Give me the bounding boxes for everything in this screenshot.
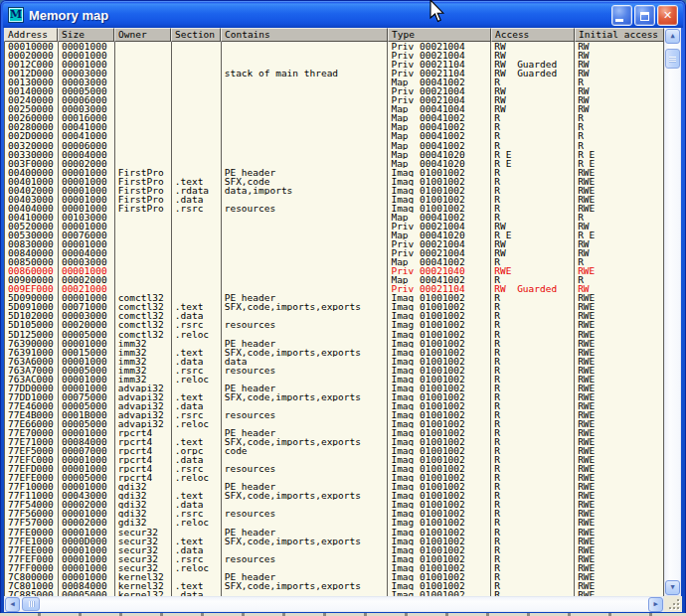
table-row[interactable]: 0014000000005000Priv 00021004RWRW [5, 86, 664, 95]
table-row[interactable]: 0083000000001000Priv 00021004RWRW [5, 239, 664, 248]
table-row[interactable]: 0001000000001000Priv 00021004RWRW [5, 42, 664, 51]
table-row[interactable]: 77EF500000007000rpcrt4.orpccodeImag 0100… [5, 446, 664, 455]
table-row[interactable]: 77E4B0000001B000advapi32.rsrcresourcesIm… [5, 410, 664, 419]
scroll-left-button[interactable]: ◀ [5, 597, 20, 612]
table-row[interactable]: 77F1000000001000gdi32PE headerImag 01001… [5, 482, 664, 491]
column-header-initial-access[interactable]: Initial access [575, 28, 664, 42]
cell-contains: PE header [222, 168, 389, 177]
scroll-up-button[interactable]: ▲ [665, 29, 680, 44]
column-header-size[interactable]: Size [58, 28, 114, 42]
table-row[interactable]: 0040300000001000FirstPro.dataImag 010010… [5, 195, 664, 204]
cell-owner [115, 77, 172, 86]
table-row[interactable]: 5D09100000071000comctl32.textSFX,code,im… [5, 302, 664, 311]
scroll-down-button[interactable]: ▼ [665, 580, 680, 595]
table-row[interactable]: 0024000000006000Priv 00021004RWRW [5, 95, 664, 104]
column-header-access[interactable]: Access [491, 28, 575, 42]
table-row[interactable]: 0053000000076000Map 00041020R ER E [5, 231, 664, 239]
table-row[interactable]: 0028000000041000Map 00041002RR [5, 122, 664, 131]
table-row[interactable]: 0013000000003000Map 00041002RR [5, 77, 664, 86]
table-row[interactable]: 77F1100000043000gdi32.textSFX,code,impor… [5, 491, 664, 500]
table-row[interactable]: 0002000000001000Priv 00021004RWRW [5, 51, 664, 60]
column-header-contains[interactable]: Contains [221, 28, 388, 42]
table-row[interactable]: 77DD000000001000advapi32PE headerImag 01… [5, 384, 664, 392]
cell-contains [222, 257, 389, 266]
table-row[interactable]: 763AC00000001000imm32.relocImag 01001002… [5, 375, 664, 384]
cell-access: R [491, 419, 575, 428]
cell-type: Imag 01001002 [388, 563, 491, 572]
column-header-type[interactable]: Type [388, 28, 491, 42]
table-row[interactable]: 0040400000001000FirstPro.rsrcresourcesIm… [5, 204, 664, 213]
table-row[interactable]: 77FE10000000D000secur32.textSFX,code,imp… [5, 537, 664, 545]
table-row[interactable]: 77F5600000001000gdi32.rsrcresourcesImag … [5, 509, 664, 518]
table-row[interactable]: 0086000000001000Priv 00021040RWERWE [5, 266, 664, 275]
cell-owner: imm32 [115, 339, 172, 348]
cell-size: 00004000 [59, 150, 115, 159]
resize-grip[interactable] [664, 596, 682, 612]
table-row[interactable]: 5D12500000005000comctl32.relocImag 01001… [5, 330, 664, 339]
table-row[interactable]: 7639000000001000imm32PE headerImag 01001… [5, 339, 664, 348]
table-row[interactable]: 0085000000003000Map 00041002RR [5, 257, 664, 266]
close-button[interactable]: ✕ [657, 5, 678, 26]
table-row[interactable]: 5D10200000003000comctl32.dataImag 010010… [5, 311, 664, 320]
table-row[interactable]: 0040100000001000FirstPro.textSFX,codeIma… [5, 177, 664, 186]
app-icon[interactable]: M [8, 7, 24, 23]
cell-size: 00002000 [59, 275, 115, 284]
table-row[interactable]: 0040000000001000FirstProPE headerImag 01… [5, 168, 664, 177]
table-row[interactable]: 5D10500000020000comctl32.rsrcresourcesIm… [5, 320, 664, 329]
cell-owner: gdi32 [115, 491, 172, 500]
table-row[interactable]: 77E7100000084000rpcrt4.textSFX,code,impo… [5, 437, 664, 446]
horizontal-scrollbar[interactable]: ◀ ▶ [4, 596, 664, 612]
table-row[interactable]: 763A600000001000imm32.datadataImag 01001… [5, 357, 664, 366]
table-row[interactable]: 0026000000016000Map 00041002RR [5, 113, 664, 122]
table-row[interactable]: 0090000000002000Map 00041002RR [5, 275, 664, 284]
cell-owner [115, 150, 172, 159]
cell-access: RW Guarded [491, 69, 575, 77]
cell-contains: SFX,code [222, 177, 389, 186]
cell-access: R [491, 275, 575, 284]
table-row[interactable]: 0012D00000003000stack of main threadPriv… [5, 69, 664, 77]
scroll-right-button[interactable]: ▶ [648, 597, 663, 612]
column-header-address[interactable]: Address [4, 28, 58, 42]
table-row[interactable]: 77E4600000005000advapi32.dataImag 010010… [5, 401, 664, 410]
table-row[interactable]: 77FEE00000001000secur32.dataImag 0100100… [5, 545, 664, 554]
table-row[interactable]: 0041000000103000Map 00041002RR [5, 213, 664, 222]
table-row[interactable]: 0032000000006000Map 00041002RR [5, 141, 664, 150]
table-row[interactable]: 7C80000000001000kernel32PE headerImag 01… [5, 572, 664, 581]
table-row[interactable]: 77E6600000005000advapi32.relocImag 01001… [5, 419, 664, 428]
column-header-owner[interactable]: Owner [114, 28, 171, 42]
table-row[interactable]: 77EFE00000005000rpcrt4.relocImag 0100100… [5, 473, 664, 482]
table-row[interactable]: 77DD100000075000advapi32.textSFX,code,im… [5, 392, 664, 401]
table-row[interactable]: 763A700000005000imm32.rsrcresourcesImag … [5, 366, 664, 375]
table-row[interactable]: 0040200000001000FirstPro.rdatadata,impor… [5, 186, 664, 195]
table-row[interactable]: 77FF000000001000secur32.relocImag 010010… [5, 563, 664, 572]
table-row[interactable]: 0025000000003000Map 00041004RWRW [5, 104, 664, 113]
vertical-scrollbar[interactable]: ▲ ▼ [664, 28, 681, 596]
titlebar[interactable]: M Memory map ✕ [3, 2, 683, 28]
table-row[interactable]: 0012C00000001000Priv 00021104RW GuardedR… [5, 60, 664, 69]
table-row[interactable]: 7C80100000084000kernel32.textSFX,code,im… [5, 581, 664, 590]
horizontal-scroll-thumb[interactable] [22, 597, 40, 611]
table-row[interactable]: 77EFC00000001000rpcrt4.dataImag 01001002… [5, 455, 664, 464]
table-row[interactable]: 77EFD00000001000rpcrt4.rsrcresourcesImag… [5, 464, 664, 473]
column-header-section[interactable]: Section [171, 28, 221, 42]
cell-type: Imag 01001002 [388, 410, 491, 419]
table-row[interactable]: 5D09000000001000comctl32PE headerImag 01… [5, 293, 664, 302]
table-row[interactable]: 0033000000004000Map 00041020R ER E [5, 150, 664, 159]
table-row[interactable]: 77FEF00000001000secur32.rsrcresourcesIma… [5, 554, 664, 563]
table-row[interactable]: 77FE000000001000secur32PE headerImag 010… [5, 528, 664, 537]
minimize-button[interactable] [611, 5, 632, 26]
vertical-scroll-thumb[interactable] [665, 49, 680, 69]
table-row[interactable]: 7639100000015000imm32.textSFX,code,impor… [5, 348, 664, 357]
maximize-button[interactable] [634, 5, 655, 26]
table-row[interactable]: 002D000000041000Map 00041002RR [5, 131, 664, 140]
table-row[interactable]: 003F000000002000Map 00041020R ER E [5, 159, 664, 168]
table-row[interactable]: 77F5400000002000gdi32.dataImag 01001002R… [5, 500, 664, 509]
cell-size: 00016000 [59, 113, 115, 122]
cell-size: 00015000 [59, 348, 115, 357]
cell-section: .reloc [172, 473, 222, 482]
table-row[interactable]: 009EF00000021000Priv 00021104RW GuardedR… [5, 284, 664, 293]
table-row[interactable]: 77E7000000001000rpcrt4PE headerImag 0100… [5, 428, 664, 437]
table-row[interactable]: 77F5700000002000gdi32.relocImag 01001002… [5, 518, 664, 527]
table-row[interactable]: 0084000000004000Priv 00021004RWRW [5, 248, 664, 257]
table-row[interactable]: 0052000000001000Priv 00021004RWRW [5, 222, 664, 231]
